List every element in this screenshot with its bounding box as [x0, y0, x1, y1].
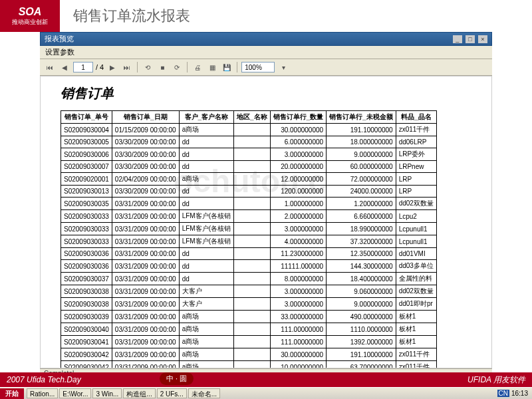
table-cell: a商场	[179, 336, 233, 348]
table-cell: 02/04/2009 00:00:00	[112, 173, 179, 186]
banner-right: UFIDA 用友软件	[467, 374, 525, 386]
table-cell: zx011千件	[396, 124, 436, 136]
table-cell: 大客户	[179, 285, 233, 298]
soa-logo: SOA 推动商业创新	[0, 0, 60, 32]
table-cell: S02009030006	[61, 148, 112, 161]
table-row[interactable]: S0200903000603/30/2009 00:00:00dd3.00000…	[61, 148, 437, 161]
table-cell: 30.000000000	[270, 124, 327, 136]
table-cell: S02009020001	[61, 173, 112, 186]
column-header: 客户_客户名称	[179, 111, 233, 124]
layout-button[interactable]: ▦	[206, 61, 218, 73]
table-row[interactable]: S0200903000703/30/2009 00:00:00dd20.0000…	[61, 161, 437, 173]
zoom-dropdown[interactable]: ▾	[277, 61, 289, 73]
table-cell: a商场	[179, 173, 233, 186]
table-cell: a商场	[179, 361, 233, 369]
system-tray[interactable]: CN 16:13	[493, 390, 532, 397]
table-cell: S02009030004	[61, 124, 112, 136]
table-cell: dd	[179, 136, 233, 148]
start-button[interactable]: 开始	[0, 388, 24, 399]
table-row[interactable]: S0200902000102/04/2009 00:00:00a商场12.000…	[61, 173, 437, 186]
table-cell: 1.000000000	[270, 198, 327, 210]
print-button[interactable]: 🖨	[192, 61, 203, 73]
table-cell: LRPnew	[396, 161, 436, 173]
table-cell: 1.200000000	[327, 198, 396, 210]
taskbar-task[interactable]: 2 UFs...	[157, 388, 187, 398]
page-input[interactable]	[73, 62, 93, 72]
table-cell	[233, 298, 270, 311]
table-cell: dd	[179, 260, 233, 273]
taskbar-task[interactable]: Ration...	[27, 388, 58, 398]
table-row[interactable]: S0200903004203/31/2009 00:00:00a商场30.000…	[61, 348, 437, 361]
table-cell: 490.00000000	[327, 311, 396, 323]
window-titlebar[interactable]: 报表预览 _ □ ×	[40, 32, 492, 46]
table-row[interactable]: S0200903000401/15/2009 00:00:00a商场30.000…	[61, 124, 437, 136]
close-button[interactable]: ×	[478, 35, 487, 43]
export-button[interactable]: 💾	[221, 61, 233, 73]
taskbar: 开始 Ration...E:\Wor...3 Win...构造组...2 UFs…	[0, 387, 532, 399]
table-cell: dd	[179, 273, 233, 285]
ime-text: 中 · 圆	[166, 374, 187, 384]
ime-widget[interactable]: 中 · 圆	[160, 372, 194, 385]
table-row[interactable]: S0200903003303/31/2009 00:00:00LFM客户(各核销…	[61, 235, 437, 248]
table-cell: Lcpunull1	[396, 235, 436, 248]
last-page-button[interactable]: ⏭	[121, 61, 133, 73]
report-area[interactable]: ochutou.c 销售订单 销售订单_单号销售订单_日期客户_客户名称地区_名…	[40, 76, 492, 368]
logo-sub1: 推动商业创新	[12, 18, 48, 27]
table-cell: 33.000000000	[270, 311, 327, 323]
table-cell: 03/30/2009 00:00:00	[112, 161, 179, 173]
table-cell: 191.10000000	[327, 348, 396, 361]
table-cell: 10.000000000	[270, 361, 327, 369]
table-cell	[233, 186, 270, 198]
table-cell: dd03多单位	[396, 260, 436, 273]
zoom-input[interactable]	[241, 62, 275, 72]
next-page-button[interactable]: ▶	[106, 61, 118, 73]
table-cell: 03/31/2009 00:00:00	[112, 273, 179, 285]
table-cell	[233, 273, 270, 285]
table-cell: 3.000000000	[270, 148, 327, 161]
table-row[interactable]: S0200903000503/30/2009 00:00:00dd6.00000…	[61, 136, 437, 148]
table-row[interactable]: S0200903004203/31/2009 00:00:00a商场10.000…	[61, 361, 437, 369]
table-cell	[233, 173, 270, 186]
table-row[interactable]: S0200903003803/31/2009 00:00:00大客户3.0000…	[61, 298, 437, 311]
table-row[interactable]: S0200903003303/31/2009 00:00:00LFM客户(各核销…	[61, 210, 437, 223]
table-cell: dd02双数量	[396, 285, 436, 298]
back-button[interactable]: ⟲	[142, 61, 154, 73]
taskbar-task[interactable]: 构造组...	[123, 388, 155, 398]
table-cell: a商场	[179, 311, 233, 323]
minimize-button[interactable]: _	[453, 35, 462, 43]
table-row[interactable]: S0200903001303/30/2009 00:00:00dd1200.00…	[61, 186, 437, 198]
table-row[interactable]: S0200903003603/31/2009 00:00:00dd11111.0…	[61, 260, 437, 273]
taskbar-task[interactable]: E:\Wor...	[59, 388, 91, 398]
table-cell	[233, 248, 270, 260]
prev-page-button[interactable]: ◀	[59, 61, 70, 73]
taskbar-task[interactable]: 未命名...	[188, 388, 220, 398]
table-cell: zx011千件	[396, 348, 436, 361]
table-row[interactable]: S0200903003303/31/2009 00:00:00LFM客户(各核销…	[61, 223, 437, 235]
table-cell: a商场	[179, 323, 233, 336]
refresh-button[interactable]: ⟳	[171, 61, 183, 73]
table-row[interactable]: S0200903003703/31/2009 00:00:00dd8.00000…	[61, 273, 437, 285]
table-cell: 03/31/2009 00:00:00	[112, 311, 179, 323]
table-row[interactable]: S0200903003603/31/2009 00:00:00dd11.2300…	[61, 248, 437, 260]
ime-indicator[interactable]: CN	[497, 390, 509, 397]
logo-text: SOA	[19, 6, 42, 18]
table-cell: 板材1	[396, 323, 436, 336]
table-cell: LRP委外	[396, 148, 436, 161]
maximize-button[interactable]: □	[466, 35, 475, 43]
first-page-button[interactable]: ⏮	[44, 61, 56, 73]
menu-settings[interactable]: 设置参数	[45, 48, 74, 56]
table-row[interactable]: S0200903003803/31/2009 00:00:00大客户3.0000…	[61, 285, 437, 298]
table-row[interactable]: S0200903004103/31/2009 00:00:00a商场111.00…	[61, 336, 437, 348]
stop-button[interactable]: ■	[156, 61, 168, 73]
table-cell: S02009030033	[61, 235, 112, 248]
table-row[interactable]: S0200903004003/31/2009 00:00:00a商场111.00…	[61, 323, 437, 336]
table-row[interactable]: S0200903003503/31/2009 00:00:00dd1.00000…	[61, 198, 437, 210]
table-cell: 12.000000000	[270, 173, 327, 186]
table-cell: 1200.0000000	[270, 186, 327, 198]
column-header: 地区_名称	[233, 111, 270, 124]
table-cell: dd06LRP	[396, 136, 436, 148]
taskbar-task[interactable]: 3 Win...	[92, 388, 122, 398]
table-cell: S02009030035	[61, 198, 112, 210]
table-cell: S02009030036	[61, 248, 112, 260]
table-row[interactable]: S0200903003903/31/2009 00:00:00a商场33.000…	[61, 311, 437, 323]
